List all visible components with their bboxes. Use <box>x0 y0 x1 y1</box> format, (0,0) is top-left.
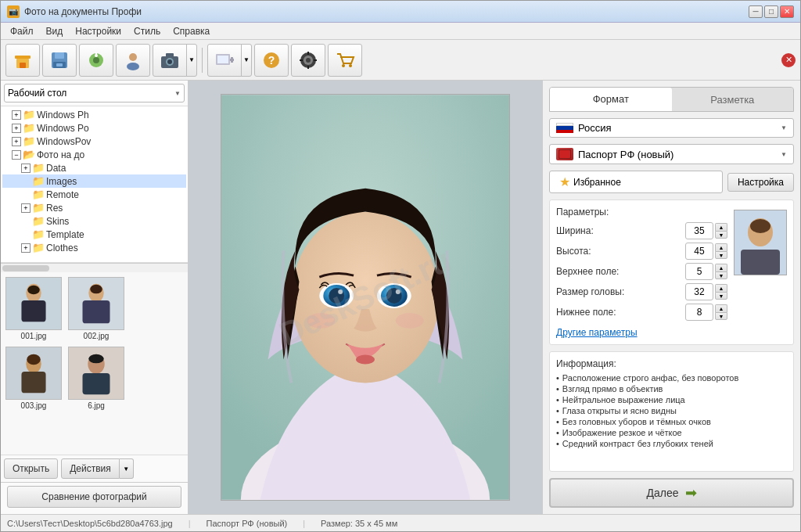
document-select[interactable]: Паспорт РФ (новый) ▼ <box>549 144 794 164</box>
bullet-4: • <box>556 417 559 426</box>
tree-toggle[interactable]: + <box>12 124 21 133</box>
svg-rect-46 <box>83 373 110 394</box>
toolbar-camera-button[interactable] <box>153 44 187 77</box>
toolbar-person-button[interactable] <box>116 44 150 77</box>
param-value-bottom[interactable] <box>685 304 713 321</box>
tree-item-clothes[interactable]: + 📁 Clothes <box>2 241 186 254</box>
spin-down-head[interactable]: ▼ <box>715 292 727 300</box>
tree-view[interactable]: + 📁 Windows Ph + 📁 Windows Po + 📁 Window… <box>1 106 188 263</box>
maximize-button[interactable]: □ <box>764 5 778 18</box>
param-value-top[interactable] <box>685 263 713 280</box>
tree-item-data[interactable]: + 📁 Data <box>2 161 186 174</box>
svg-rect-6 <box>56 63 63 66</box>
thumb-image-6[interactable] <box>68 347 124 400</box>
open-button[interactable]: Открыть <box>4 458 58 479</box>
toolbar-cart-button[interactable] <box>328 44 362 77</box>
actions-dropdown-arrow[interactable]: ▼ <box>120 458 134 479</box>
bullet-5: • <box>556 428 559 437</box>
info-text-6: Средний контраст без глубоких теней <box>562 439 713 448</box>
thumbnail-001[interactable]: 001.jpg <box>4 275 63 342</box>
tree-item-template[interactable]: 📁 Template <box>2 228 186 241</box>
tab-markup[interactable]: Разметка <box>672 88 794 111</box>
toolbar-separator-1 <box>202 48 203 73</box>
spin-up-width[interactable]: ▲ <box>715 223 727 231</box>
thumbnail-003[interactable]: 003.jpg <box>4 345 63 412</box>
compare-button[interactable]: Сравнение фотографий <box>7 486 181 508</box>
spin-up-head[interactable]: ▲ <box>715 284 727 292</box>
toolbar-film-button[interactable] <box>291 44 325 77</box>
spin-up-height[interactable]: ▲ <box>715 243 727 251</box>
tree-label: Res <box>46 203 63 214</box>
actions-main-button[interactable]: Действия <box>61 458 120 479</box>
other-params-link[interactable]: Другие параметры <box>556 327 638 338</box>
folder-icon: 📁 <box>32 202 45 214</box>
toolbar-close-button[interactable]: ✕ <box>781 53 796 67</box>
toolbar-zoom-button[interactable] <box>207 44 242 77</box>
spin-up-top[interactable]: ▲ <box>715 264 727 271</box>
country-select[interactable]: Россия ▼ <box>549 118 794 138</box>
spin-height: ▲ ▼ <box>715 243 727 259</box>
tree-item-foto[interactable]: − 📂 Фото на до <box>2 148 186 161</box>
toolbar-open-button[interactable] <box>79 44 113 77</box>
tree-item-remote[interactable]: 📁 Remote <box>2 188 186 201</box>
preview-photo <box>734 210 787 275</box>
folder-icon: 📁 <box>23 122 35 134</box>
toolbar-camera-group: ▼ <box>153 44 197 77</box>
spin-down-height[interactable]: ▼ <box>715 251 727 259</box>
tree-horizontal-scrollbar[interactable] <box>1 263 188 272</box>
spin-down-bottom[interactable]: ▼ <box>715 312 727 320</box>
param-value-height[interactable] <box>685 243 713 260</box>
menu-view[interactable]: Вид <box>40 24 70 38</box>
settings-button[interactable]: Настройка <box>727 173 794 192</box>
toolbar-home-button[interactable] <box>5 44 40 77</box>
window-title: Фото на документы Профи <box>24 6 142 17</box>
thumb-image-003[interactable] <box>5 347 62 400</box>
tab-format[interactable]: Формат <box>550 88 672 111</box>
thumb-image-001[interactable] <box>5 277 62 330</box>
spin-down-width[interactable]: ▼ <box>715 231 727 239</box>
folder-icon: 📁 <box>23 135 35 147</box>
param-value-head[interactable] <box>685 283 713 300</box>
tree-toggle[interactable]: + <box>12 110 21 120</box>
tree-toggle[interactable]: + <box>21 164 31 173</box>
tree-item-skins[interactable]: 📁 Skins <box>2 214 186 228</box>
toolbar-help-button[interactable]: ? <box>254 44 289 77</box>
tree-toggle[interactable]: + <box>21 243 31 253</box>
bullet-0: • <box>556 373 559 383</box>
russia-flag <box>556 123 573 134</box>
spin-up-bottom[interactable]: ▲ <box>715 304 727 312</box>
menu-file[interactable]: Файл <box>4 24 40 38</box>
favorites-button[interactable]: ★ Избранное <box>549 171 723 193</box>
thumbnail-6[interactable]: 6.jpg <box>66 345 126 412</box>
menu-settings[interactable]: Настройки <box>69 24 128 38</box>
right-panel: Формат Разметка Россия ▼ <box>542 81 800 514</box>
tree-item-res[interactable]: + 📁 Res <box>2 201 186 214</box>
tree-item-images[interactable]: 📁 Images <box>2 174 186 188</box>
tree-toggle[interactable]: − <box>12 150 21 160</box>
info-item-2: •Нейтральное выражение лица <box>556 394 787 405</box>
menu-help[interactable]: Справка <box>167 24 216 38</box>
tree-toggle[interactable]: + <box>21 203 31 213</box>
spin-down-top[interactable]: ▼ <box>715 271 727 279</box>
thumb-image-002[interactable] <box>68 277 124 330</box>
toolbar-zoom-arrow[interactable]: ▼ <box>241 44 252 77</box>
toolbar-camera-arrow[interactable]: ▼ <box>186 44 197 77</box>
info-text-2: Нейтральное выражение лица <box>562 395 685 404</box>
tree-item-windows-po[interactable]: + 📁 Windows Po <box>2 121 186 135</box>
next-button[interactable]: Далее ➡ <box>549 478 794 508</box>
folder-dropdown[interactable]: Рабочий стол ▼ <box>4 84 185 102</box>
toolbar-save-button[interactable] <box>42 44 77 77</box>
minimize-button[interactable]: ─ <box>749 5 763 18</box>
tree-item-windows-ph[interactable]: + 📁 Windows Ph <box>2 108 186 121</box>
tree-toggle[interactable]: + <box>12 137 21 146</box>
favorites-label: Избранное <box>573 177 621 188</box>
doc-dropdown-arrow: ▼ <box>781 151 787 158</box>
param-value-width[interactable] <box>685 222 713 239</box>
param-label-bottom: Нижнее поле: <box>556 307 616 318</box>
menu-style[interactable]: Стиль <box>128 24 167 38</box>
info-item-4: •Без головных уборов и тёмных очков <box>556 416 787 427</box>
tree-item-windowspov[interactable]: + 📁 WindowsPov <box>2 135 186 148</box>
close-button[interactable]: ✕ <box>780 5 794 18</box>
thumbnail-002[interactable]: 002.jpg <box>66 275 126 342</box>
scroll-thumb[interactable] <box>2 265 49 271</box>
